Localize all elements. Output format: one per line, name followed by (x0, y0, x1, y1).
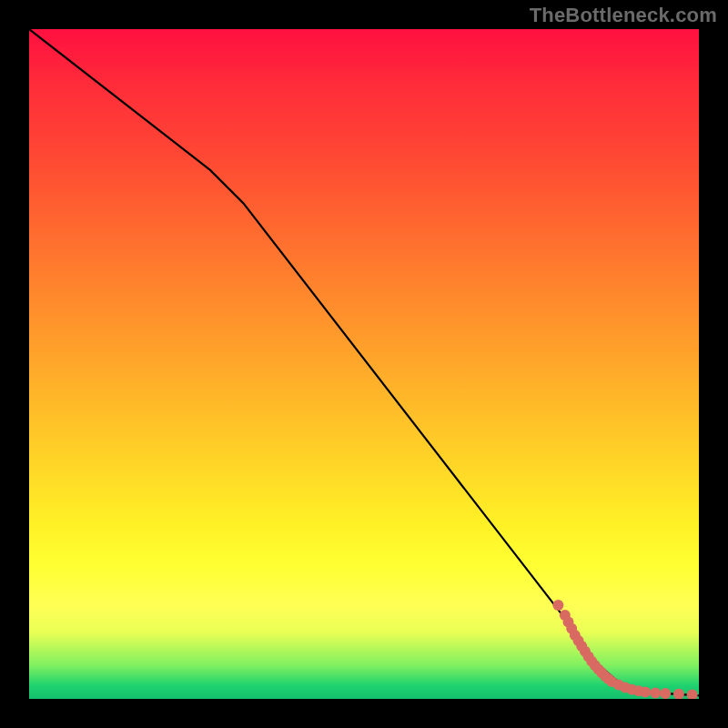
data-dot (660, 688, 671, 699)
dots-group (552, 600, 697, 699)
plot-area (29, 29, 699, 699)
data-dot (673, 689, 684, 699)
data-dot (552, 600, 563, 611)
chart-svg (29, 29, 699, 699)
curve-path (29, 29, 699, 695)
data-dot (650, 687, 661, 698)
data-dot (640, 687, 651, 698)
data-dot (687, 690, 698, 699)
attribution-text: TheBottleneck.com (530, 4, 717, 27)
chart-frame: TheBottleneck.com (0, 0, 728, 728)
